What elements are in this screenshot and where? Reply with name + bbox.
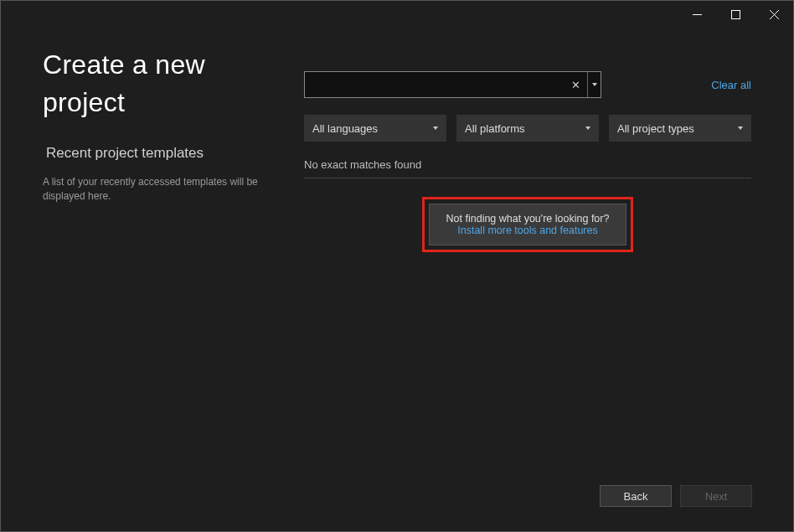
next-button-label: Next (705, 490, 728, 503)
results-status: No exact matches found (304, 158, 751, 171)
right-panel: ✕ Clear all All languages All platforms … (286, 46, 751, 464)
clear-all-link[interactable]: Clear all (711, 79, 751, 91)
back-button-label: Back (624, 490, 648, 503)
recent-templates-heading: Recent project templates (46, 145, 286, 162)
window-titlebar (1, 1, 793, 28)
back-button[interactable]: Back (600, 485, 672, 507)
clear-search-icon[interactable]: ✕ (564, 72, 587, 97)
dialog-footer: Back Next (600, 485, 752, 507)
svg-rect-1 (731, 10, 740, 18)
page-title: Create a new project (43, 46, 286, 121)
search-dropdown-icon[interactable] (587, 72, 601, 97)
callout-highlight: Not finding what you're looking for? Ins… (422, 197, 634, 252)
language-filter[interactable]: All languages (304, 115, 446, 142)
language-filter-label: All languages (312, 122, 378, 135)
search-input[interactable] (305, 72, 564, 97)
project-type-filter-label: All project types (617, 122, 694, 135)
close-button[interactable] (755, 1, 793, 28)
callout-text: Not finding what you're looking for? (446, 213, 610, 225)
divider (304, 178, 751, 178)
project-type-filter[interactable]: All project types (609, 115, 751, 142)
maximize-button[interactable] (716, 1, 755, 28)
minimize-button[interactable] (678, 1, 716, 28)
platform-filter[interactable]: All platforms (456, 115, 599, 142)
left-panel: Create a new project Recent project temp… (43, 46, 286, 464)
install-more-callout: Not finding what you're looking for? Ins… (429, 204, 627, 245)
next-button: Next (680, 485, 752, 507)
recent-templates-description: A list of your recently accessed templat… (43, 175, 286, 204)
platform-filter-label: All platforms (465, 122, 525, 135)
search-box[interactable]: ✕ (304, 71, 601, 98)
install-more-link[interactable]: Install more tools and features (446, 225, 610, 236)
